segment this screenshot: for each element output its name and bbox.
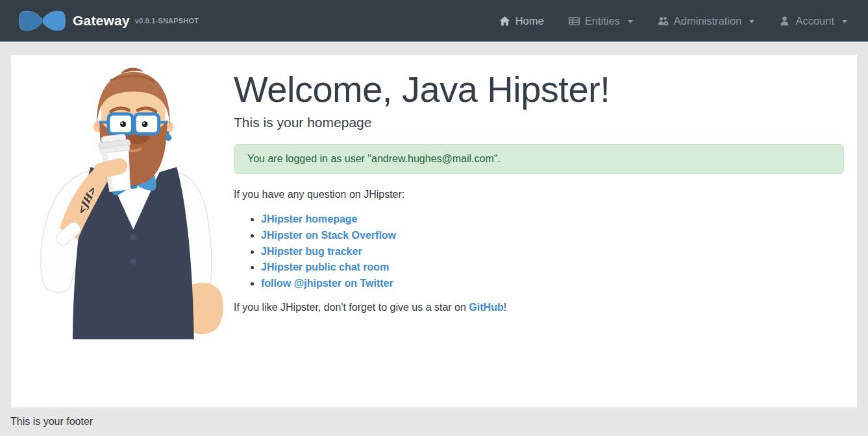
list-item: JHipster on Stack Overflow bbox=[261, 228, 844, 244]
brand-name: Gateway bbox=[73, 13, 130, 29]
chevron-down-icon bbox=[842, 20, 847, 23]
list-item: JHipster homepage bbox=[261, 212, 844, 228]
java-hipster-illustration: <JH> bbox=[29, 65, 224, 339]
brand[interactable]: Gateway v0.0.1-SNAPSHOT bbox=[18, 9, 199, 32]
home-icon bbox=[499, 16, 510, 27]
bowtie-logo-icon bbox=[18, 9, 67, 32]
link-github[interactable]: GitHub bbox=[469, 302, 503, 313]
entities-list-icon bbox=[569, 16, 580, 27]
chevron-down-icon bbox=[628, 20, 633, 23]
list-item: JHipster public chat room bbox=[261, 260, 844, 276]
question-intro: If you have any question on JHipster: bbox=[234, 189, 844, 200]
link-stack-overflow[interactable]: JHipster on Stack Overflow bbox=[261, 230, 396, 241]
nav-item-home[interactable]: Home bbox=[499, 15, 544, 27]
star-prefix: If you like JHipster, don't forget to gi… bbox=[234, 302, 469, 313]
nav-item-account[interactable]: Account bbox=[779, 15, 847, 27]
login-success-alert: You are logged in as user "andrew.hughes… bbox=[234, 144, 844, 174]
content-column: Welcome, Java Hipster! This is your home… bbox=[234, 55, 844, 407]
nav-item-label: Administration bbox=[674, 15, 742, 27]
page-title: Welcome, Java Hipster! bbox=[234, 69, 844, 110]
footer-text: This is your footer bbox=[10, 416, 93, 427]
page-body: <JH> Welcome, Java Hipster! This is your… bbox=[0, 42, 868, 407]
alert-text: You are logged in as user "andrew.hughes… bbox=[247, 153, 501, 164]
nav-item-label: Entities bbox=[585, 15, 620, 27]
brand-version: v0.0.1-SNAPSHOT bbox=[135, 17, 199, 25]
chevron-down-icon bbox=[749, 20, 754, 23]
users-cog-icon bbox=[658, 16, 669, 27]
link-bug-tracker[interactable]: JHipster bug tracker bbox=[261, 246, 362, 257]
user-icon bbox=[779, 16, 790, 27]
navbar-menu: Home Entities Administration bbox=[499, 15, 847, 27]
nav-item-label: Account bbox=[795, 15, 834, 27]
nav-item-label: Home bbox=[515, 15, 544, 27]
link-public-chat[interactable]: JHipster public chat room bbox=[261, 261, 389, 272]
jhipster-links-list: JHipster homepage JHipster on Stack Over… bbox=[234, 212, 844, 291]
link-jhipster-homepage[interactable]: JHipster homepage bbox=[261, 213, 357, 224]
home-card: <JH> Welcome, Java Hipster! This is your… bbox=[11, 55, 857, 407]
star-suffix: ! bbox=[504, 302, 506, 313]
github-star-line: If you like JHipster, don't forget to gi… bbox=[234, 302, 844, 313]
top-navbar: Gateway v0.0.1-SNAPSHOT Home Entities bbox=[0, 0, 868, 42]
nav-item-administration[interactable]: Administration bbox=[658, 15, 755, 27]
page-subtitle: This is your homepage bbox=[234, 115, 844, 130]
nav-item-entities[interactable]: Entities bbox=[569, 15, 633, 27]
figure-column: <JH> bbox=[29, 55, 224, 407]
list-item: JHipster bug tracker bbox=[261, 244, 844, 260]
page-footer: This is your footer bbox=[0, 407, 868, 436]
link-twitter[interactable]: follow @jhipster on Twitter bbox=[261, 278, 393, 289]
list-item: follow @jhipster on Twitter bbox=[261, 276, 844, 292]
